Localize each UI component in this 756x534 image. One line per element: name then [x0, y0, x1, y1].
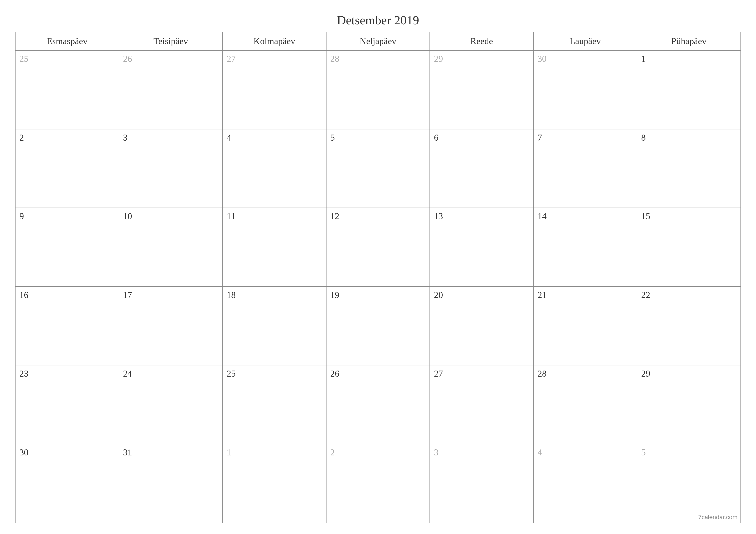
day-cell: 14	[534, 208, 637, 287]
day-cell: 24	[119, 366, 223, 444]
day-cell: 30	[534, 51, 637, 129]
day-number: 30	[19, 447, 28, 457]
day-number: 1	[227, 447, 231, 457]
day-number: 27	[227, 54, 236, 64]
weekday-header: Kolmapäev	[223, 32, 327, 51]
calendar-container: Detsember 2019 Esmaspäev Teisipäev Kolma…	[15, 13, 741, 523]
day-number: 29	[641, 369, 650, 378]
day-cell: 22	[637, 287, 741, 366]
weekday-header: Laupäev	[534, 32, 637, 51]
day-cell: 28	[534, 366, 637, 444]
day-cell: 16	[15, 287, 119, 366]
day-number: 28	[330, 54, 339, 64]
week-row: 23 24 25 26 27 28 29	[15, 366, 741, 444]
day-number: 7	[537, 133, 542, 142]
day-cell: 20	[430, 287, 534, 366]
week-row: 30 31 1 2 3 4 5 7calendar.com	[15, 444, 741, 523]
day-cell: 23	[15, 366, 119, 444]
day-number: 14	[537, 211, 547, 221]
day-number: 18	[227, 290, 236, 300]
day-cell: 26	[119, 51, 223, 129]
day-number: 28	[537, 369, 547, 378]
day-cell: 25	[15, 51, 119, 129]
day-cell: 26	[327, 366, 430, 444]
weekday-header: Esmaspäev	[15, 32, 119, 51]
day-cell: 4	[223, 129, 327, 208]
day-cell: 29	[430, 51, 534, 129]
day-number: 8	[641, 133, 646, 142]
day-number: 16	[19, 290, 28, 300]
day-cell: 17	[119, 287, 223, 366]
week-row: 25 26 27 28 29 30 1	[15, 51, 741, 129]
weekday-header: Pühapäev	[637, 32, 741, 51]
day-number: 6	[434, 133, 438, 142]
day-number: 9	[19, 211, 24, 221]
day-number: 17	[123, 290, 132, 300]
day-number: 29	[434, 54, 443, 64]
day-cell: 15	[637, 208, 741, 287]
day-number: 30	[537, 54, 547, 64]
day-number: 23	[19, 369, 28, 378]
day-number: 25	[19, 54, 28, 64]
day-cell: 1	[223, 444, 327, 523]
day-cell: 18	[223, 287, 327, 366]
day-number: 25	[227, 369, 236, 378]
day-number: 11	[227, 211, 235, 221]
day-number: 26	[330, 369, 339, 378]
day-cell: 13	[430, 208, 534, 287]
day-cell: 27	[430, 366, 534, 444]
day-number: 24	[123, 369, 132, 378]
weekday-header: Reede	[430, 32, 534, 51]
day-cell: 8	[637, 129, 741, 208]
day-cell: 3	[430, 444, 534, 523]
week-row: 9 10 11 12 13 14 15	[15, 208, 741, 287]
day-cell: 4	[534, 444, 637, 523]
day-number: 2	[19, 133, 24, 142]
day-cell: 1	[637, 51, 741, 129]
day-cell: 2	[327, 444, 430, 523]
day-number: 3	[123, 133, 127, 142]
day-cell: 21	[534, 287, 637, 366]
footer-credit: 7calendar.com	[698, 514, 738, 521]
day-cell: 30	[15, 444, 119, 523]
day-number: 27	[434, 369, 443, 378]
day-cell: 12	[327, 208, 430, 287]
weekday-header: Neljapäev	[327, 32, 430, 51]
day-number: 10	[123, 211, 132, 221]
day-number: 3	[434, 447, 438, 457]
day-cell: 5 7calendar.com	[637, 444, 741, 523]
day-number: 19	[330, 290, 339, 300]
day-cell: 27	[223, 51, 327, 129]
day-number: 20	[434, 290, 443, 300]
day-number: 22	[641, 290, 650, 300]
day-number: 4	[537, 447, 542, 457]
day-number: 5	[330, 133, 335, 142]
day-number: 2	[330, 447, 335, 457]
day-number: 5	[641, 447, 646, 457]
calendar-grid: Esmaspäev Teisipäev Kolmapäev Neljapäev …	[15, 32, 741, 523]
day-cell: 7	[534, 129, 637, 208]
day-number: 1	[641, 54, 646, 64]
day-cell: 29	[637, 366, 741, 444]
day-number: 21	[537, 290, 547, 300]
weekday-header: Teisipäev	[119, 32, 223, 51]
day-number: 31	[123, 447, 132, 457]
day-cell: 3	[119, 129, 223, 208]
day-cell: 25	[223, 366, 327, 444]
day-cell: 5	[327, 129, 430, 208]
calendar-title: Detsember 2019	[15, 13, 741, 27]
day-cell: 11	[223, 208, 327, 287]
day-number: 12	[330, 211, 339, 221]
day-number: 26	[123, 54, 132, 64]
day-cell: 28	[327, 51, 430, 129]
day-number: 15	[641, 211, 650, 221]
day-cell: 10	[119, 208, 223, 287]
day-cell: 9	[15, 208, 119, 287]
weekday-header-row: Esmaspäev Teisipäev Kolmapäev Neljapäev …	[15, 32, 741, 51]
week-row: 2 3 4 5 6 7 8	[15, 129, 741, 208]
day-cell: 19	[327, 287, 430, 366]
day-cell: 2	[15, 129, 119, 208]
day-cell: 31	[119, 444, 223, 523]
day-cell: 6	[430, 129, 534, 208]
day-number: 13	[434, 211, 443, 221]
